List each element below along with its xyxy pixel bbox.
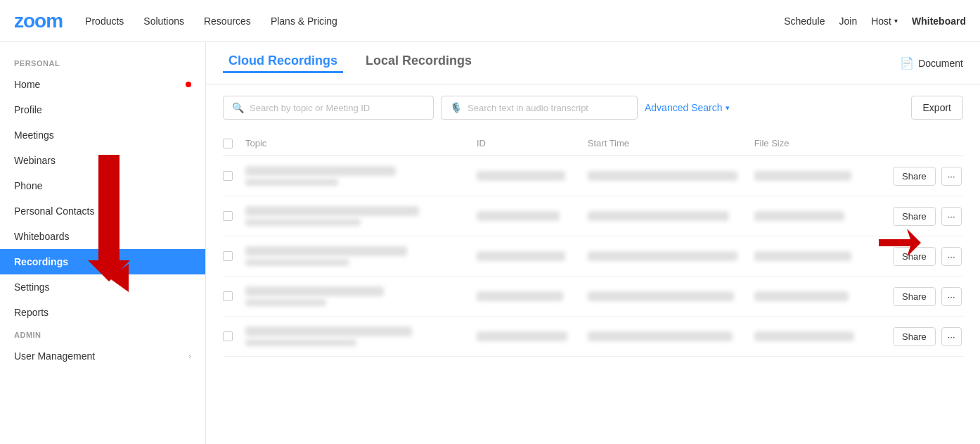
sidebar-item-meetings[interactable]: Meetings bbox=[0, 122, 205, 148]
sidebar-label-home: Home bbox=[14, 79, 181, 90]
notification-dot bbox=[186, 82, 191, 87]
more-options-button[interactable]: ··· bbox=[941, 167, 962, 186]
row-checkbox[interactable] bbox=[223, 291, 233, 301]
sidebar-item-reports[interactable]: Reports bbox=[0, 300, 205, 325]
table-row: Share ··· bbox=[223, 156, 963, 196]
select-all-checkbox[interactable] bbox=[223, 139, 233, 148]
table-row: Share ··· bbox=[223, 277, 963, 317]
tab-cloud-recordings[interactable]: Cloud Recordings bbox=[223, 53, 343, 73]
row-start-time bbox=[588, 331, 754, 341]
header-file-size: File Size bbox=[754, 138, 893, 148]
nav-products[interactable]: Products bbox=[85, 15, 124, 27]
more-options-button[interactable]: ··· bbox=[941, 207, 962, 226]
sidebar-label-settings: Settings bbox=[14, 281, 191, 293]
row-checkbox-cell bbox=[223, 331, 245, 341]
sidebar-item-personal-contacts[interactable]: Personal Contacts bbox=[0, 198, 205, 224]
more-options-button[interactable]: ··· bbox=[941, 247, 962, 266]
header-id: ID bbox=[477, 138, 588, 148]
share-button[interactable]: Share bbox=[893, 327, 936, 346]
table-row: Share ··· bbox=[223, 236, 963, 277]
content-area: Cloud Recordings Local Recordings 📄 Docu… bbox=[206, 42, 980, 444]
share-button[interactable]: Share bbox=[893, 207, 936, 226]
more-options-button[interactable]: ··· bbox=[941, 327, 962, 346]
row-checkbox[interactable] bbox=[223, 171, 233, 181]
header-topic: Topic bbox=[245, 138, 477, 148]
nav-solutions[interactable]: Solutions bbox=[143, 15, 184, 27]
row-id bbox=[477, 291, 588, 301]
topic-search-input[interactable]: 🔍 Search by topic or Meeting ID bbox=[223, 96, 434, 120]
topic-search-placeholder: Search by topic or Meeting ID bbox=[250, 103, 370, 113]
nav-links: Products Solutions Resources Plans & Pri… bbox=[85, 15, 784, 27]
row-start-time bbox=[588, 291, 754, 301]
sidebar-item-profile[interactable]: Profile bbox=[0, 97, 205, 122]
row-actions: Share ··· bbox=[893, 287, 963, 306]
sidebar: PERSONAL Home Profile Meetings Webinars … bbox=[0, 42, 206, 444]
chevron-down-icon: ▾ bbox=[894, 17, 898, 25]
row-checkbox[interactable] bbox=[223, 211, 233, 221]
sidebar-item-webinars[interactable]: Webinars bbox=[0, 148, 205, 173]
row-topic bbox=[245, 286, 477, 306]
row-topic bbox=[245, 246, 477, 266]
row-actions: Share ··· bbox=[893, 247, 963, 266]
nav-join[interactable]: Join bbox=[839, 15, 858, 27]
row-id bbox=[477, 211, 588, 221]
nav-resources[interactable]: Resources bbox=[204, 15, 251, 27]
table-header: Topic ID Start Time File Size bbox=[223, 131, 963, 156]
row-checkbox-cell bbox=[223, 171, 245, 181]
share-button[interactable]: Share bbox=[893, 167, 936, 186]
row-actions: Share ··· bbox=[893, 207, 963, 226]
row-topic bbox=[245, 206, 477, 226]
sidebar-section-admin: ADMIN bbox=[0, 325, 205, 343]
sidebar-section-personal: PERSONAL bbox=[0, 53, 205, 72]
header-checkbox-cell bbox=[223, 139, 245, 148]
sidebar-label-personal-contacts: Personal Contacts bbox=[14, 205, 191, 217]
tab-local-recordings[interactable]: Local Recordings bbox=[360, 53, 477, 73]
share-button[interactable]: Share bbox=[893, 287, 936, 306]
sidebar-item-whiteboards[interactable]: Whiteboards bbox=[0, 224, 205, 249]
nav-schedule[interactable]: Schedule bbox=[784, 15, 825, 27]
search-bar: 🔍 Search by topic or Meeting ID 🎙️ Searc… bbox=[206, 84, 980, 131]
nav-actions: Schedule Join Host ▾ Whiteboard bbox=[784, 15, 966, 27]
sidebar-label-reports: Reports bbox=[14, 307, 191, 318]
sidebar-item-phone[interactable]: Phone bbox=[0, 173, 205, 198]
row-actions: Share ··· bbox=[893, 327, 963, 346]
row-file-size bbox=[754, 331, 893, 341]
zoom-logo[interactable]: zoom bbox=[14, 10, 63, 32]
row-file-size bbox=[754, 251, 893, 261]
row-checkbox[interactable] bbox=[223, 251, 233, 261]
recordings-table: Topic ID Start Time File Size bbox=[206, 131, 980, 357]
row-file-size bbox=[754, 171, 893, 181]
table-row: Share ··· bbox=[223, 196, 963, 236]
top-navigation: zoom Products Solutions Resources Plans … bbox=[0, 0, 980, 42]
sidebar-item-home[interactable]: Home bbox=[0, 72, 205, 97]
row-id bbox=[477, 251, 588, 261]
document-link[interactable]: 📄 Document bbox=[900, 56, 963, 70]
sidebar-label-phone: Phone bbox=[14, 180, 191, 191]
nav-plans-pricing[interactable]: Plans & Pricing bbox=[271, 15, 337, 27]
nav-whiteboard[interactable]: Whiteboard bbox=[912, 15, 966, 27]
nav-host[interactable]: Host ▾ bbox=[871, 15, 898, 27]
chevron-right-icon: › bbox=[188, 352, 191, 360]
export-button[interactable]: Export bbox=[911, 96, 963, 120]
sidebar-item-recordings[interactable]: Recordings bbox=[0, 249, 205, 274]
audio-search-input[interactable]: 🎙️ Search text in audio transcript bbox=[441, 96, 638, 120]
row-file-size bbox=[754, 291, 893, 301]
more-options-button[interactable]: ··· bbox=[941, 287, 962, 306]
advanced-search-button[interactable]: Advanced Search ▾ bbox=[645, 102, 730, 113]
row-checkbox[interactable] bbox=[223, 331, 233, 341]
sidebar-label-user-management: User Management bbox=[14, 350, 188, 362]
audio-search-placeholder: Search text in audio transcript bbox=[468, 103, 588, 113]
search-icon: 🔍 bbox=[232, 102, 244, 113]
document-icon: 📄 bbox=[900, 56, 914, 70]
advanced-search-label: Advanced Search bbox=[645, 102, 723, 113]
row-topic bbox=[245, 166, 477, 186]
sidebar-item-settings[interactable]: Settings bbox=[0, 274, 205, 300]
share-button[interactable]: Share bbox=[893, 247, 936, 266]
table-row: Share ··· bbox=[223, 317, 963, 357]
row-start-time bbox=[588, 211, 754, 221]
row-start-time bbox=[588, 171, 754, 181]
row-checkbox-cell bbox=[223, 251, 245, 261]
main-layout: PERSONAL Home Profile Meetings Webinars … bbox=[0, 42, 980, 444]
sidebar-item-user-management[interactable]: User Management › bbox=[0, 343, 205, 369]
row-actions: Share ··· bbox=[893, 167, 963, 186]
